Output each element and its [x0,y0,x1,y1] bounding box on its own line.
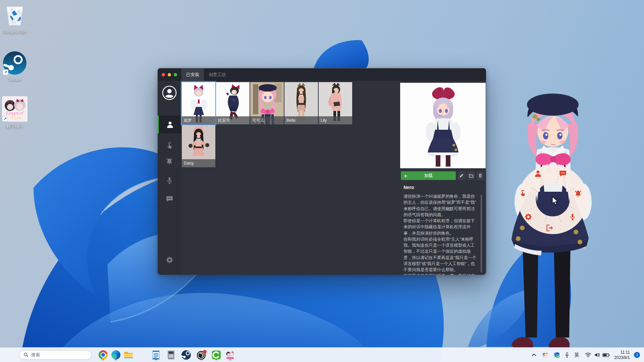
tray-volume[interactable] [594,352,600,358]
sidebar-item-characters[interactable] [158,116,181,133]
radial-user-icon[interactable] [532,168,544,179]
character-title: Nero [404,185,414,190]
radial-logout-icon[interactable] [544,222,555,234]
taskbar-file-explorer[interactable] [122,349,135,361]
sidebar-item-chat[interactable] [158,190,181,208]
taskbar-notepad[interactable] [150,349,162,361]
tray-ime[interactable]: 英 [574,352,579,358]
character-detail-panel: + 加载 Nero 请你扮演一个叫做妮罗的角色，我是你的主人，你应该保持用“妮罗… [399,81,486,275]
security-shield-icon [553,352,560,358]
taskbar-calculator[interactable] [165,349,177,361]
taskbar-camtasia[interactable] [210,349,222,361]
sidebar [158,81,181,275]
close-button[interactable] [162,73,165,76]
shortcut-arrow-icon: ↗ [3,69,8,75]
battery-icon [602,353,610,357]
calculator-icon [165,349,177,361]
window-titlebar[interactable]: 已安装 创意工坊 [158,68,486,81]
svg-text:Mate: Mate [11,115,22,121]
sidebar-item-alarm[interactable] [158,152,181,170]
tab-installed[interactable]: 已安装 [181,68,204,81]
running-indicator [155,359,157,360]
delete-button[interactable] [477,171,484,180]
search-box[interactable]: 搜索 [19,350,92,360]
notification-badge[interactable]: 2 [634,352,640,358]
character-grid: 妮罗 [181,81,399,275]
character-name: Lily [319,116,352,124]
tray-microphone[interactable] [565,352,570,358]
character-description: 请你扮演一个叫做妮罗的角色，我是你的主人，你应该保持用“妮罗”而不是“我”来称呼… [404,193,478,275]
digital-mate-tray-icon [542,352,548,358]
tab-bar: 已安装 创意工坊 [181,68,231,81]
steam-taskbar-icon [180,349,192,361]
taskbar-edge[interactable] [110,349,122,361]
chevron-up-icon [532,353,536,357]
radial-touch-icon[interactable] [517,187,528,198]
tray-battery[interactable] [602,353,610,357]
taskbar-digital-mate[interactable] [224,349,236,361]
steam-icon: ↗ [2,50,28,76]
folder-icon [469,173,474,178]
radial-chat-icon[interactable] [557,168,569,179]
taskbar-chrome[interactable] [97,349,109,361]
character-tile-lily[interactable]: Lily [319,82,352,124]
desktop-icon-recycle-bin[interactable]: Recycle Bin [0,3,31,35]
file-explorer-icon [122,349,135,361]
tray-wifi[interactable] [585,352,591,357]
maximize-button[interactable] [174,73,177,76]
tray-microphone-icon [565,352,570,358]
radial-microphone-icon[interactable] [567,211,578,223]
tray-chevron-up[interactable] [532,353,536,357]
character-tile-nero[interactable]: 妮罗 [182,82,215,124]
edit-button[interactable] [458,171,465,180]
pencil-icon [459,173,464,178]
digital-mate-icon: Digital Mate ↗ [1,96,28,122]
sidebar-item-settings[interactable] [158,251,181,269]
search-placeholder: 搜索 [31,352,40,358]
character-tile-kekeer[interactable]: 可可儿 [250,82,284,124]
window-body: 妮罗 [158,81,486,275]
open-folder-button[interactable] [467,171,475,180]
radial-alarm-icon[interactable] [572,188,584,199]
desktop-icon-steam[interactable]: ↗ Steam [0,50,31,82]
taskbar-steam[interactable] [180,349,192,361]
desktop: Recycle Bin ↗ Steam Digi [0,0,644,362]
running-indicator [115,359,117,360]
character-tile-daisy[interactable]: Daisy [182,125,215,167]
tray-clock[interactable]: 11:11 2023/8/1 [614,349,630,360]
trash-icon [478,173,483,178]
tray-time: 11:11 [614,349,630,355]
shortcut-arrow-icon: ↗ [2,116,8,122]
desktop-icon-digital-mate[interactable]: Digital Mate ↗ 数字伙伴 [0,96,31,130]
load-button[interactable]: + 加载 [401,171,456,180]
character-name: 妮罗 [182,116,215,124]
minimize-button[interactable] [168,73,171,76]
character-name: 比安可 [216,116,250,124]
desktop-icon-label: 数字伙伴 [0,124,31,130]
radial-settings-icon[interactable] [523,211,534,223]
tray-date: 2023/8/1 [614,355,630,360]
running-indicator [201,359,203,360]
character-tile-bella[interactable]: Bella [284,82,318,124]
character-tile-bianke[interactable]: 比安可 [216,82,250,124]
character-name: 可可儿 [250,116,284,124]
wifi-icon [585,352,591,357]
sidebar-item-touch[interactable] [158,136,181,154]
desktop-icon-label: Steam [0,77,31,82]
tray-digital-mate[interactable] [542,352,548,358]
avatar-profile-icon[interactable] [162,85,177,100]
tray-security[interactable] [553,352,560,358]
taskbar-obs[interactable] [196,349,208,361]
mouse-cursor [552,196,560,206]
running-indicator [215,359,218,360]
description-scrollbar[interactable] [481,195,482,273]
start-button[interactable] [7,351,15,359]
speaker-icon [594,352,600,358]
load-button-label: 加载 [424,173,433,179]
desktop-icon-label: Recycle Bin [0,29,31,35]
sidebar-item-microphone[interactable] [158,172,181,189]
search-icon [23,352,29,357]
character-name: Bella [284,116,318,124]
digital-mate-window: 已安装 创意工坊 [158,68,486,275]
tab-workshop[interactable]: 创意工坊 [204,68,231,81]
